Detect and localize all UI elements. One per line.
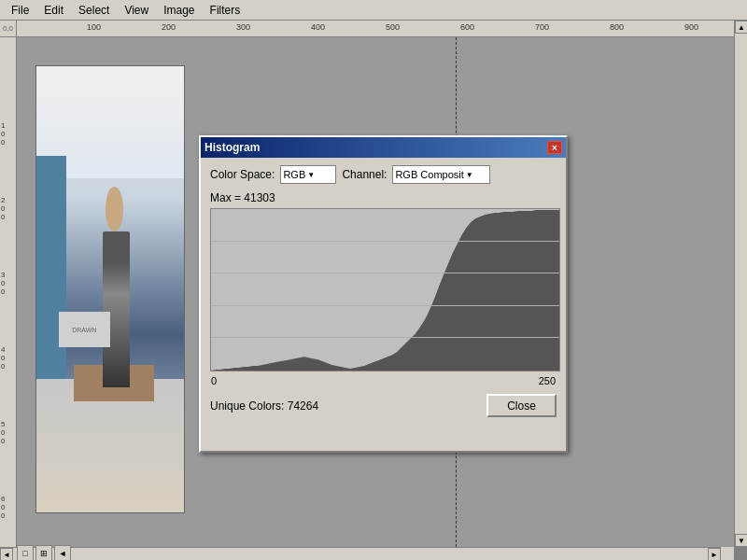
photo-person bbox=[103, 231, 129, 387]
menu-image[interactable]: Image bbox=[156, 2, 202, 19]
channel-value: RGB Composit bbox=[395, 169, 463, 180]
histogram-svg bbox=[211, 209, 559, 371]
scroll-up-button[interactable]: ▲ bbox=[735, 21, 747, 34]
bottom-toolbar: □ ⊞ ◄ bbox=[17, 547, 71, 560]
color-space-row: Color Space: RGB ▼ Channel: RGB Composit… bbox=[210, 165, 557, 184]
close-dialog-button[interactable]: Close bbox=[486, 394, 557, 417]
inner-canvas: DRAWN Histogram × Color Space: RGB ▼ bbox=[17, 37, 734, 547]
axis-min-label: 0 bbox=[211, 375, 217, 386]
menu-bar: File Edit Select View Image Filters bbox=[0, 0, 747, 21]
ruler-tick-900: 900 bbox=[684, 22, 698, 32]
ruler-tick-800: 800 bbox=[610, 22, 624, 32]
chart-axis-row: 0 250 bbox=[210, 375, 557, 386]
ruler-tick-500: 500 bbox=[386, 22, 400, 32]
histogram-dialog: Histogram × Color Space: RGB ▼ Channel: … bbox=[199, 135, 568, 453]
scroll-left-button[interactable]: ◄ bbox=[0, 548, 13, 560]
menu-file[interactable]: File bbox=[4, 2, 36, 19]
toolbar-btn-3[interactable]: ◄ bbox=[54, 545, 71, 560]
axis-max-label: 250 bbox=[539, 375, 556, 386]
grid-line-1 bbox=[211, 337, 559, 338]
dialog-titlebar[interactable]: Histogram × bbox=[201, 137, 566, 158]
ruler-left: 100 200 300 400 500 600 bbox=[0, 37, 17, 547]
color-space-label: Color Space: bbox=[210, 168, 275, 181]
unique-colors-text: Unique Colors: 74264 bbox=[210, 399, 318, 413]
grid-line-2 bbox=[211, 305, 559, 306]
svg-marker-0 bbox=[211, 210, 559, 371]
ruler-tick-600: 600 bbox=[460, 22, 474, 32]
toolbar-btn-2[interactable]: ⊞ bbox=[35, 545, 52, 560]
menu-view[interactable]: View bbox=[117, 2, 156, 19]
canvas-area: 0,0 100 200 300 400 500 600 700 800 900 … bbox=[0, 21, 747, 560]
channel-label: Channel: bbox=[342, 168, 387, 181]
unique-colors-row: Unique Colors: 74264 Close bbox=[210, 394, 557, 417]
ruler-tick-300: 300 bbox=[236, 22, 250, 32]
photo-sign: DRAWN bbox=[59, 312, 110, 347]
ruler-tick-left-100: 100 bbox=[1, 121, 5, 147]
scrollbar-bottom[interactable]: ◄ ► bbox=[0, 547, 734, 560]
photo-inner: DRAWN bbox=[36, 66, 184, 512]
ruler-tick-200: 200 bbox=[162, 22, 176, 32]
dialog-content: Color Space: RGB ▼ Channel: RGB Composit… bbox=[201, 158, 566, 425]
color-space-arrow: ▼ bbox=[307, 171, 315, 179]
scrollbar-right[interactable]: ▲ ▼ bbox=[734, 21, 747, 547]
ruler-tick-left-500: 500 bbox=[1, 420, 5, 445]
scroll-corner bbox=[721, 547, 734, 560]
dialog-title: Histogram bbox=[204, 141, 260, 154]
channel-arrow: ▼ bbox=[466, 171, 473, 179]
ruler-tick-left-300: 300 bbox=[1, 271, 5, 296]
ruler-tick-left-400: 400 bbox=[1, 345, 5, 371]
menu-select[interactable]: Select bbox=[71, 2, 117, 19]
grid-line-3 bbox=[211, 273, 559, 273]
ruler-tick-left-600: 600 bbox=[1, 495, 5, 520]
dialog-close-button[interactable]: × bbox=[547, 141, 562, 154]
ruler-tick-100: 100 bbox=[87, 22, 101, 32]
photo-area: DRAWN bbox=[35, 65, 185, 513]
channel-dropdown[interactable]: RGB Composit ▼ bbox=[392, 165, 490, 184]
color-space-dropdown[interactable]: RGB ▼ bbox=[280, 165, 336, 184]
toolbar-btn-1[interactable]: □ bbox=[17, 545, 34, 560]
histogram-chart bbox=[210, 208, 560, 371]
ruler-tick-left-200: 200 bbox=[1, 196, 5, 221]
scroll-down-button[interactable]: ▼ bbox=[735, 534, 747, 547]
photo-person-head bbox=[106, 187, 123, 231]
menu-edit[interactable]: Edit bbox=[36, 2, 71, 19]
menu-filters[interactable]: Filters bbox=[203, 2, 248, 19]
ruler-corner: 0,0 bbox=[0, 21, 17, 37]
grid-line-4 bbox=[211, 241, 559, 242]
ruler-top: 100 200 300 400 500 600 700 800 900 bbox=[17, 21, 734, 37]
ruler-tick-400: 400 bbox=[311, 22, 325, 32]
scroll-right-button[interactable]: ► bbox=[708, 548, 721, 560]
ruler-tick-700: 700 bbox=[535, 22, 549, 32]
max-label: Max = 41303 bbox=[210, 191, 557, 204]
color-space-value: RGB bbox=[283, 169, 305, 180]
